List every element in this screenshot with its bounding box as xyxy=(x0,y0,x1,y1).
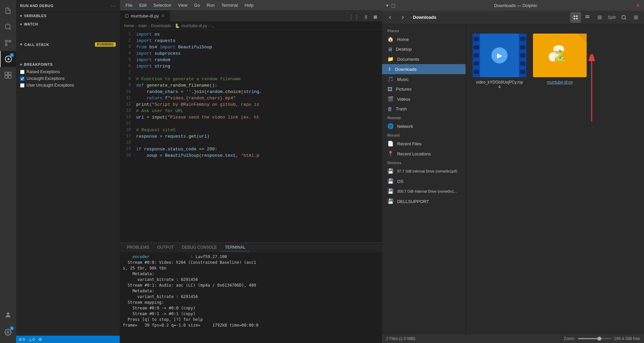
call-stack-section: ▾ CALL STACK Running xyxy=(16,40,120,60)
file-item-python[interactable]: 🐍 murrtube-dl.py xyxy=(533,31,587,92)
tab-terminal[interactable]: TERMINAL xyxy=(221,244,250,251)
split-button[interactable]: Split xyxy=(606,12,617,23)
editor-split-icon[interactable]: ⋮⋮ xyxy=(347,12,361,21)
sidebar-item-trash[interactable]: 🗑 Trash xyxy=(382,104,466,114)
menu-file[interactable]: File xyxy=(123,1,135,9)
editor-tab-murrtube[interactable]: ⬡ murrtube-dl.py ✕ xyxy=(120,10,170,21)
sidebar-item-internal-drive-1[interactable]: 💾 97.7 GiB Internal Drive (nvme0n1p9) xyxy=(382,166,466,176)
search-icon[interactable] xyxy=(0,19,16,35)
desktop-label: Desktop xyxy=(396,47,412,52)
explorer-icon[interactable] xyxy=(0,3,16,19)
user-uncaught-checkbox[interactable] xyxy=(20,83,24,88)
tab-output[interactable]: OUTPUT xyxy=(153,244,178,251)
terminal-line: Stream mapping: xyxy=(123,300,379,305)
uncaught-exceptions-label: Uncaught Exceptions xyxy=(26,76,64,81)
sidebar-item-network[interactable]: 🌐 Network xyxy=(382,121,466,131)
breadcrumb-home[interactable]: home xyxy=(124,23,134,28)
sidebar-item-documents[interactable]: 📁 Documents xyxy=(382,54,466,64)
dellsupport-icon: 💾 xyxy=(387,198,394,204)
tab-problems[interactable]: PROBLEMS xyxy=(123,244,153,251)
sidebar-item-dellsupport[interactable]: 💾 DELLSUPPORT xyxy=(382,196,466,206)
sidebar-item-music[interactable]: 🎵 Music xyxy=(382,74,466,84)
raised-exceptions-checkbox[interactable] xyxy=(20,70,24,74)
trash-label: Trash xyxy=(396,106,407,111)
error-count[interactable]: ⊘ 0 xyxy=(19,337,25,342)
zoom-label: Zoom: xyxy=(564,336,575,341)
watch-header[interactable]: ▾ WATCH xyxy=(16,20,120,28)
dolphin-sidebar: Places 🏠 Home 🖥 Desktop 📁 Documents ⬇ Do… xyxy=(382,24,466,334)
menu-terminal[interactable]: Terminal xyxy=(219,1,240,9)
play-button[interactable]: ▶ xyxy=(491,47,507,63)
menu-button[interactable] xyxy=(631,12,641,23)
run-debug-icon[interactable]: 1 xyxy=(0,51,16,67)
dolphin-body: Places 🏠 Home 🖥 Desktop 📁 Documents ⬇ Do… xyxy=(382,24,644,334)
menu-view[interactable]: View xyxy=(175,1,190,9)
warning-count[interactable]: △ 0 xyxy=(29,337,35,342)
menu-help[interactable]: Help xyxy=(242,1,256,9)
trash-icon: 🗑 xyxy=(387,106,392,112)
breakpoints-header[interactable]: ▾ BREAKPOINTS xyxy=(16,60,120,68)
breadcrumb-filename[interactable]: murrtube-dl.py xyxy=(181,23,207,28)
terminal-content[interactable]: encoder : Lavf59.27.100 Stream #0:0: Vid… xyxy=(120,253,382,343)
debug-panel-header: RUN AND DEBUG ⋯ xyxy=(16,0,120,12)
dolphin-content[interactable]: ▶ video_kYDGb9UojPCy.mp4 xyxy=(466,24,644,334)
svg-rect-20 xyxy=(587,15,588,16)
back-button[interactable] xyxy=(385,12,395,23)
dellsupport-label: DELLSUPPORT xyxy=(397,199,429,204)
variables-header[interactable]: ▾ VARIABLES xyxy=(16,12,120,20)
sidebar-item-downloads[interactable]: ⬇ Downloads xyxy=(382,64,466,74)
editor-stop-icon[interactable]: ⏹ xyxy=(371,13,379,21)
raised-exceptions-label: Raised Exceptions xyxy=(26,69,60,74)
sidebar-item-recent-locations[interactable]: 📍 Recent Locations xyxy=(382,149,466,159)
tab-debug-console[interactable]: DEBUG CONSOLE xyxy=(178,244,221,251)
menu-run[interactable]: Run xyxy=(204,1,217,9)
breadcrumb-main[interactable]: main xyxy=(138,23,147,28)
settings-icon[interactable]: 1 xyxy=(0,324,16,340)
breadcrumb-downloads[interactable]: Downloads xyxy=(151,23,171,28)
debug-status[interactable]: ⚙ xyxy=(39,337,42,342)
svg-line-29 xyxy=(625,18,626,19)
running-badge: Running xyxy=(95,42,116,47)
sidebar-item-os[interactable]: 💾 OS xyxy=(382,176,466,186)
minimize-icon[interactable]: ▾ xyxy=(386,3,388,8)
maximize-icon[interactable]: ▢ xyxy=(391,3,395,8)
code-content[interactable]: import os import requests from bs4 impor… xyxy=(133,30,382,242)
search-button[interactable] xyxy=(619,12,629,23)
editor-pause-icon[interactable]: ⏸ xyxy=(362,13,370,21)
accounts-icon[interactable] xyxy=(0,307,16,323)
file-item-video[interactable]: ▶ video_kYDGb9UojPCy.mp4 xyxy=(473,31,526,92)
red-arrow xyxy=(587,54,597,128)
sidebar-item-videos[interactable]: 🎬 Videos xyxy=(382,94,466,104)
terminal-tabs: PROBLEMS OUTPUT DEBUG CONSOLE TERMINAL xyxy=(120,243,382,253)
sidebar-item-recent-files[interactable]: 📄 Recent Files xyxy=(382,139,466,149)
dolphin-title-bar: ▾ ▢ Downloads — Dolphin ✕ xyxy=(382,0,644,11)
menu-go[interactable]: Go xyxy=(192,1,203,9)
warning-icon: △ xyxy=(29,337,32,342)
svg-rect-24 xyxy=(588,17,589,18)
sidebar-item-desktop[interactable]: 🖥 Desktop xyxy=(382,44,466,54)
music-label: Music xyxy=(397,77,409,82)
line-numbers: 12345 678910 1112131415 1617181920 xyxy=(120,30,133,242)
tab-close-icon[interactable]: ✕ xyxy=(161,13,165,18)
menu-selection[interactable]: Selection xyxy=(151,1,174,9)
error-icon: ⊘ xyxy=(19,337,22,342)
sidebar-item-pictures[interactable]: 🖼 Pictures xyxy=(382,84,466,94)
close-icon[interactable]: ✕ xyxy=(636,3,640,8)
view-list-button[interactable] xyxy=(594,12,605,23)
menu-edit[interactable]: Edit xyxy=(137,1,149,9)
variables-section: ▾ VARIABLES xyxy=(16,12,120,20)
source-control-icon[interactable] xyxy=(0,35,16,51)
extensions-icon[interactable] xyxy=(0,67,16,83)
uncaught-exceptions-checkbox[interactable] xyxy=(20,77,24,81)
sidebar-item-internal-drive-2[interactable]: 💾 300.7 GiB Internal Drive (nvme0n1... xyxy=(382,186,466,196)
more-options-icon[interactable]: ⋯ xyxy=(110,3,116,9)
forward-button[interactable] xyxy=(397,12,408,23)
sidebar-item-home[interactable]: 🏠 Home xyxy=(382,34,466,44)
slider-thumb[interactable] xyxy=(597,337,601,341)
view-icons-button[interactable] xyxy=(570,12,581,23)
code-editor[interactable]: 12345 678910 1112131415 1617181920 impor… xyxy=(120,30,382,242)
breadcrumb-ellipsis[interactable]: ... xyxy=(211,23,215,28)
network-icon: 🌐 xyxy=(387,123,394,129)
zoom-slider[interactable] xyxy=(578,338,611,339)
view-compact-button[interactable] xyxy=(582,12,593,23)
